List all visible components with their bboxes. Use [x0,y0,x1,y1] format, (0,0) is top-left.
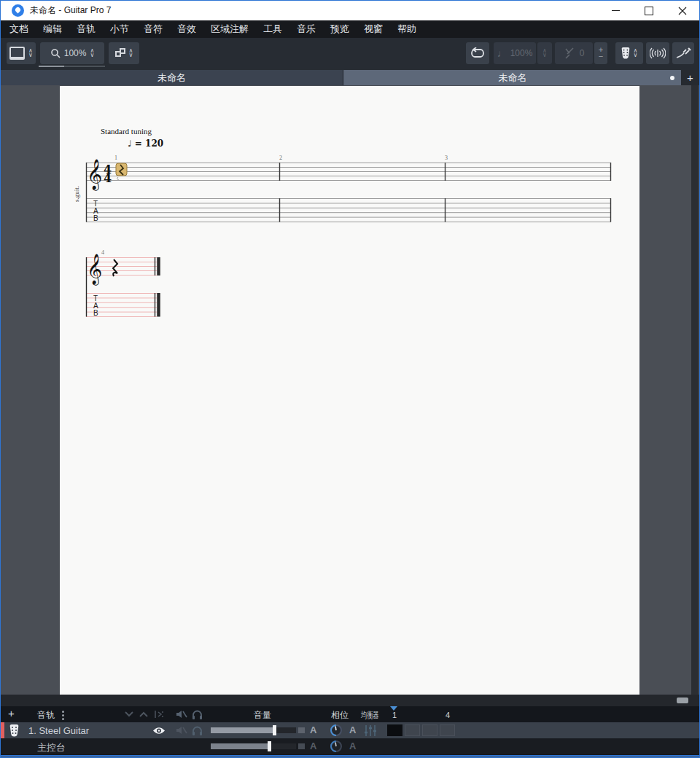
note-icon: ♩ [497,47,508,59]
measure-cell[interactable] [440,724,455,736]
guitar-pro-window: 未命名 - Guitar Pro 7 文档 编辑 音轨 小节 音符 音效 区域注… [0,0,700,758]
view-mode-button[interactable]: ∧∨ [7,42,36,64]
menu-help[interactable]: 帮助 [390,20,424,38]
measure-number-3: 3 [445,155,448,161]
menu-edit[interactable]: 编辑 [36,20,69,38]
close-icon [678,7,687,15]
treble-clef: 𝄞 [87,254,102,286]
master-pan-automation[interactable]: A [349,741,356,751]
tempo-marking: ♩ = 120 [128,138,163,149]
close-button[interactable] [666,1,699,20]
master-pan-knob[interactable] [330,740,343,753]
selected-beat[interactable] [116,163,127,180]
vertical-scrollbar[interactable] [691,85,699,695]
layout-button[interactable]: ∧∨ [109,42,139,64]
collapse-panel-icon[interactable] [154,710,164,719]
tab-untitled-2-active[interactable]: 未命名 [343,70,682,85]
volume-slider[interactable] [211,727,296,733]
pan-knob[interactable] [330,724,343,737]
system-1: 1 2 3 𝄞 4 4 s.guit. T A B [74,152,629,239]
tuner-waves-icon [650,47,666,59]
guitar-headstock-icon [9,724,19,737]
menu-note[interactable]: 音符 [136,20,170,38]
master-volume-slider[interactable] [211,743,296,749]
speed-spinner[interactable]: ∧∨ [537,42,552,64]
window-bottom-border [1,755,699,757]
menu-tools[interactable]: 工具 [256,20,289,38]
new-tab-button[interactable]: + [681,70,699,85]
mixer-panel: + 音轨 音量 相位 均衡器 1 4 1. Steel Guitar [1,706,699,757]
menu-effects[interactable]: 音效 [170,20,203,38]
headphones-icon[interactable] [192,709,203,719]
menu-music[interactable]: 音乐 [289,20,323,38]
transpose-value: 0 [580,48,585,58]
master-volume-automation[interactable]: A [310,741,316,751]
tracks-more-icon[interactable] [62,711,64,720]
zoom-value: 100% [64,48,87,58]
pan-automation-button[interactable]: A [349,724,356,735]
jack-cable-icon [675,47,691,59]
layout-icon [115,48,125,58]
add-track-button[interactable]: + [8,707,15,719]
track-row[interactable]: 1. Steel Guitar A A [1,722,699,738]
loop-button[interactable] [466,42,489,64]
chevron-down-icon[interactable] [125,711,133,717]
measure-cell[interactable] [387,724,402,736]
headphones-icon[interactable] [192,725,203,735]
eq-sliders-icon[interactable] [364,725,377,736]
scrollbar-thumb[interactable] [677,698,688,703]
score-page[interactable]: Standard tuning ♩ = 120 [60,86,639,695]
pan-label: 相位 [331,709,349,722]
menu-track[interactable]: 音轨 [69,20,103,38]
title-bar: 未命名 - Guitar Pro 7 [1,1,699,20]
line-in-button[interactable] [672,42,694,64]
toolbar-underline-dim [64,66,105,67]
measure-cell[interactable] [405,724,420,736]
document-tab-bar: 未命名 未命名 + [1,70,699,85]
score-area: Standard tuning ♩ = 120 [1,85,699,706]
time-sig-bottom: 4 [104,171,112,185]
menu-section[interactable]: 区域注解 [203,20,256,38]
speed-value: 100% [510,48,533,58]
volume-automation-button[interactable]: A [310,724,316,735]
instrument-selector[interactable]: ∧∨ [615,42,643,64]
chevron-up-icon[interactable] [139,711,148,717]
measure-cell[interactable] [422,724,438,736]
master-row[interactable]: 主控台 A A [1,738,699,754]
transpose-button[interactable]: 0 [555,42,593,64]
menu-window[interactable]: 视窗 [357,20,390,38]
eq-label: 均衡器 [361,709,378,722]
menu-bar: 文档 编辑 音轨 小节 音符 音效 区域注解 工具 音乐 预览 视窗 帮助 [1,20,699,38]
zoom-control[interactable]: 100% ∧∨ [40,42,104,64]
minus-button[interactable]: − [599,53,603,60]
loop-icon [470,47,485,59]
tuning-text: Standard tuning [101,127,152,136]
tuning-fork-icon [564,47,575,59]
horizontal-scrollbar[interactable] [1,695,699,706]
chevron-updown-icon: ∧∨ [542,49,547,58]
chevron-updown-icon: ∧∨ [634,49,638,58]
menu-file[interactable]: 文档 [2,20,36,38]
menu-bar-menu[interactable]: 小节 [103,20,136,38]
maximize-button[interactable] [632,1,666,20]
track-color-bar [1,722,4,738]
minimize-button[interactable] [599,1,632,20]
main-toolbar: ∧∨ 100% ∧∨ ∧∨ 1. Steel Guitar [1,38,699,70]
menu-view[interactable]: 预览 [323,20,357,38]
volume-slider-cap [298,727,305,733]
magnifier-icon [50,48,61,58]
mute-icon[interactable] [176,709,187,719]
tab-untitled-1[interactable]: 未命名 [1,70,343,85]
eye-icon[interactable] [152,726,166,735]
relative-speed-button[interactable]: ♩ 100% [494,42,536,64]
volume-label: 音量 [254,709,271,722]
timeline-start: 1 [392,711,397,719]
tuner-button[interactable] [646,42,669,64]
view-mode-icon [9,47,25,60]
maximize-icon [645,7,653,15]
mute-icon[interactable] [176,725,187,735]
system-2: 4 𝄞 T A B [74,246,176,337]
transpose-steppers[interactable]: +− [594,42,607,64]
guitar-headstock-icon [621,47,630,59]
minimize-icon [612,10,620,11]
